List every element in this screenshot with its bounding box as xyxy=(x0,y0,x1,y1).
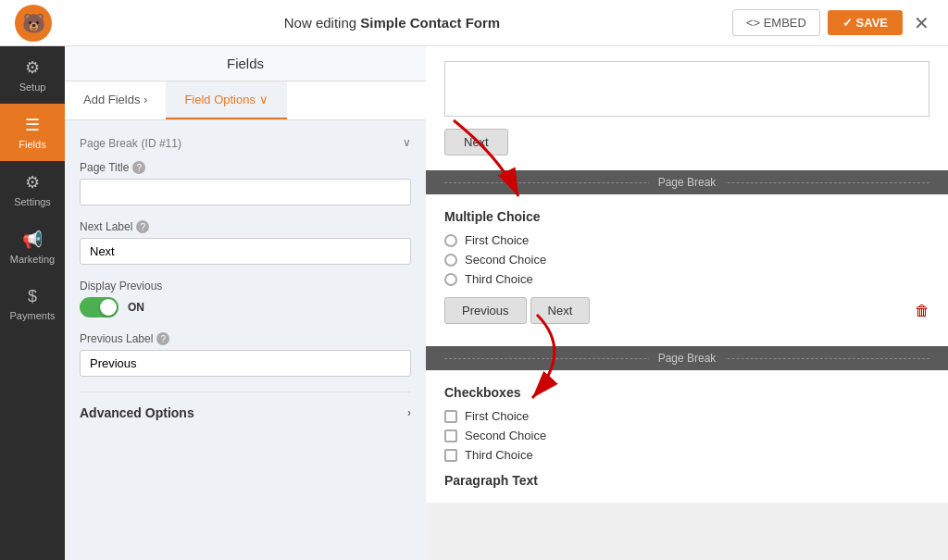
checkbox-2 xyxy=(444,429,457,442)
previous-button[interactable]: Previous xyxy=(444,297,527,324)
cb-choice-label-3: Third Choice xyxy=(465,448,533,462)
next-label-label: Next Label ? xyxy=(80,220,411,233)
sidebar-label-marketing: Marketing xyxy=(10,254,55,265)
tab-field-options[interactable]: Field Options ∨ xyxy=(166,81,286,119)
sidebar-item-fields[interactable]: ☰ Fields xyxy=(0,104,65,161)
preview-top-section: Next xyxy=(426,46,948,170)
payments-icon: $ xyxy=(28,287,37,306)
cb-choice-3: Third Choice xyxy=(444,448,929,462)
radio-circle-1 xyxy=(444,234,457,247)
previous-label-input[interactable] xyxy=(80,350,411,377)
radio-circle-2 xyxy=(444,254,457,267)
cb-choice-label-2: Second Choice xyxy=(465,429,546,442)
top-bar-actions: <> EMBED ✓ SAVE ✕ xyxy=(732,9,933,36)
previous-label-help-icon[interactable]: ? xyxy=(156,332,169,345)
next-label-input[interactable] xyxy=(80,238,411,265)
next-label-help-icon[interactable]: ? xyxy=(136,220,149,233)
toggle-row: ON xyxy=(80,297,411,317)
cb-choice-2: Second Choice xyxy=(444,429,929,442)
sidebar-label-settings: Settings xyxy=(14,196,51,207)
next-button-top[interactable]: Next xyxy=(444,129,508,156)
mc-choice-2: Second Choice xyxy=(444,253,929,267)
sidebar-label-setup: Setup xyxy=(19,81,46,93)
nav-buttons-row: Previous Next 🗑 xyxy=(444,297,929,331)
checkbox-3 xyxy=(444,449,457,462)
mc-choice-1: First Choice xyxy=(444,233,929,247)
right-panel-inner: Next Page Break Multiple Choice First Ch… xyxy=(426,46,948,503)
advanced-options-chevron: › xyxy=(407,406,411,419)
radio-circle-3 xyxy=(444,273,457,286)
marketing-icon: 📢 xyxy=(22,230,43,250)
sidebar-item-payments[interactable]: $ Payments xyxy=(0,276,65,332)
setup-icon: ⚙ xyxy=(25,57,40,78)
mc-choice-label-2: Second Choice xyxy=(465,253,546,267)
mc-choice-3: Third Choice xyxy=(444,272,929,286)
display-previous-toggle[interactable] xyxy=(80,297,118,317)
cb-choice-label-1: First Choice xyxy=(465,409,529,423)
next-label-group: Next Label ? xyxy=(80,220,411,265)
advanced-options-section: Advanced Options › xyxy=(80,392,411,433)
page-title-label: Page Title ? xyxy=(80,161,411,174)
mc-title: Multiple Choice xyxy=(444,209,929,224)
save-button[interactable]: ✓ SAVE xyxy=(828,10,903,35)
sidebar-item-settings[interactable]: ⚙ Settings xyxy=(0,161,65,218)
main-layout: ⚙ Setup ☰ Fields ⚙ Settings 📢 Marketing … xyxy=(0,46,948,560)
page-break-label-1: Page Break xyxy=(649,176,726,189)
mc-choice-label-3: Third Choice xyxy=(465,272,533,286)
cb-title: Checkboxes xyxy=(444,385,929,400)
tab-bar: Add Fields › Field Options ∨ xyxy=(65,81,426,120)
previous-label-label: Previous Label ? xyxy=(80,332,411,345)
page-break-bar-2: Page Break xyxy=(426,346,948,370)
sidebar-label-fields: Fields xyxy=(19,139,45,150)
editing-title: Now editing Simple Contact Form xyxy=(284,15,500,31)
sidebar-item-marketing[interactable]: 📢 Marketing xyxy=(0,218,65,276)
next-button-mc[interactable]: Next xyxy=(530,297,591,324)
advanced-options-toggle[interactable]: Advanced Options › xyxy=(80,392,411,433)
section-chevron[interactable]: ∨ xyxy=(403,136,411,149)
delete-section-button[interactable]: 🗑 xyxy=(915,303,929,319)
preview-textarea[interactable] xyxy=(444,61,929,117)
display-previous-group: Display Previous ON xyxy=(80,280,411,317)
previous-label-group: Previous Label ? xyxy=(80,332,411,377)
mc-choice-label-1: First Choice xyxy=(465,233,529,247)
close-button[interactable]: ✕ xyxy=(910,12,933,34)
cb-choice-1: First Choice xyxy=(444,409,929,423)
embed-button[interactable]: <> EMBED xyxy=(732,9,820,36)
page-title-help-icon[interactable]: ? xyxy=(132,161,145,174)
right-panel: Next Page Break Multiple Choice First Ch… xyxy=(426,46,948,560)
sidebar-nav: ⚙ Setup ☰ Fields ⚙ Settings 📢 Marketing … xyxy=(0,46,65,560)
section-title: Page Break (ID #11) xyxy=(80,135,181,150)
page-title-input[interactable] xyxy=(80,179,411,205)
logo: 🐻 xyxy=(15,5,52,42)
checkboxes-section: Checkboxes First Choice Second Choice Th… xyxy=(426,370,948,503)
tab-add-fields[interactable]: Add Fields › xyxy=(65,81,166,119)
fields-icon: ☰ xyxy=(25,115,40,135)
page-break-bar-1: Page Break xyxy=(426,170,948,194)
content-area: Fields Add Fields › Field Options ∨ Page… xyxy=(65,46,948,560)
paragraph-text-label: Paragraph Text xyxy=(444,473,929,488)
display-previous-label: Display Previous xyxy=(80,280,411,292)
left-panel: Fields Add Fields › Field Options ∨ Page… xyxy=(65,46,426,560)
checkbox-1 xyxy=(444,410,457,423)
multiple-choice-section: Multiple Choice First Choice Second Choi… xyxy=(426,194,948,346)
section-header: Page Break (ID #11) ∨ xyxy=(80,135,411,150)
sidebar-item-setup[interactable]: ⚙ Setup xyxy=(0,46,65,104)
page-title-group: Page Title ? xyxy=(80,161,411,205)
toggle-state-label: ON xyxy=(128,301,144,314)
sidebar-label-payments: Payments xyxy=(10,310,56,321)
left-panel-content: Page Break (ID #11) ∨ Page Title ? xyxy=(65,120,426,560)
top-bar: 🐻 Now editing Simple Contact Form <> EMB… xyxy=(0,0,948,46)
fields-header: Fields xyxy=(65,46,426,81)
settings-icon: ⚙ xyxy=(25,172,40,193)
page-break-label-2: Page Break xyxy=(649,352,726,365)
